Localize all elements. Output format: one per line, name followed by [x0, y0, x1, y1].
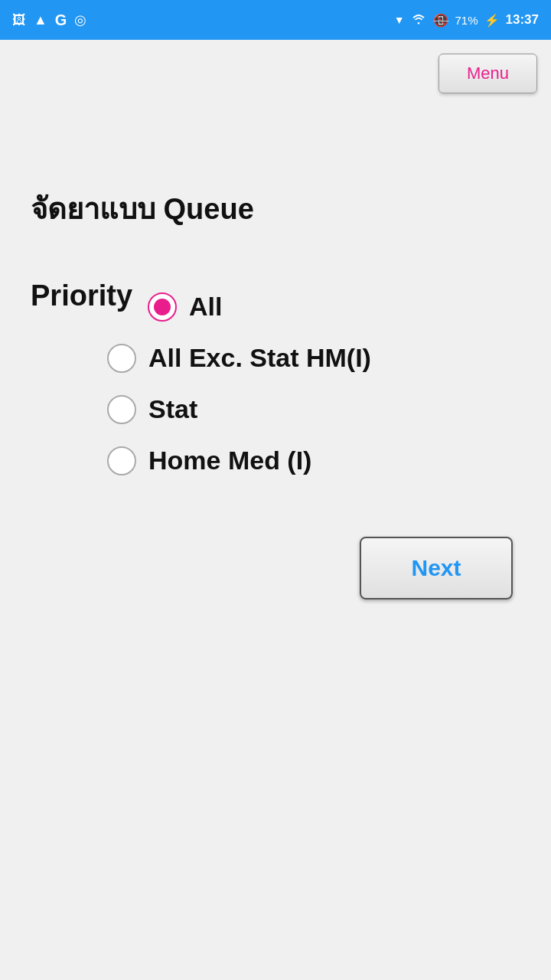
radio-circle-home-med[interactable]: [107, 446, 136, 475]
page-title: จัดยาแบบ Queue: [31, 185, 528, 232]
radio-circle-all-exc[interactable]: [107, 344, 136, 373]
status-bar-right-icons: ▼ 📵 71% ⚡ 13:37: [394, 12, 539, 28]
gallery-icon: 🖼: [12, 12, 26, 28]
battery-charging-icon: ⚡: [484, 13, 500, 28]
compass-icon: ◎: [74, 11, 86, 28]
radio-label-stat: Stat: [148, 394, 197, 424]
wifi-icon: [410, 12, 427, 28]
next-button[interactable]: Next: [360, 537, 513, 599]
radio-option-all-exc[interactable]: All Exc. Stat HM(I): [107, 343, 528, 373]
priority-section: Priority All All Exc. Stat HM(I) Stat: [31, 270, 528, 475]
status-bar-left-icons: 🖼 ▲ G ◎: [12, 11, 86, 29]
radio-option-all[interactable]: All: [148, 292, 222, 322]
main-content: จัดยาแบบ Queue Priority All All Exc. Sta…: [0, 185, 551, 599]
google-icon: G: [55, 11, 67, 29]
menu-button-container: Menu: [0, 40, 551, 93]
triangle-icon: ▲: [34, 12, 47, 28]
priority-first-row: Priority All: [31, 270, 528, 322]
radio-circle-all[interactable]: [148, 292, 177, 322]
radio-label-all: All: [189, 292, 222, 322]
radio-label-home-med: Home Med (I): [148, 446, 311, 475]
priority-label: Priority: [31, 279, 132, 312]
radio-option-stat[interactable]: Stat: [107, 394, 528, 424]
radio-label-all-exc: All Exc. Stat HM(I): [148, 343, 371, 373]
radio-option-home-med[interactable]: Home Med (I): [107, 446, 528, 475]
radio-circle-stat[interactable]: [107, 395, 136, 424]
time-display: 13:37: [506, 12, 539, 28]
no-sim-icon: 📵: [433, 13, 448, 28]
status-bar: 🖼 ▲ G ◎ ▼ 📵 71% ⚡ 13:37: [0, 0, 551, 40]
next-button-container: Next: [23, 537, 528, 599]
battery-text: 71%: [455, 14, 478, 27]
signal-icon: ▼: [394, 14, 405, 26]
radio-options-indented: All Exc. Stat HM(I) Stat Home Med (I): [107, 343, 528, 475]
menu-button[interactable]: Menu: [439, 54, 537, 93]
